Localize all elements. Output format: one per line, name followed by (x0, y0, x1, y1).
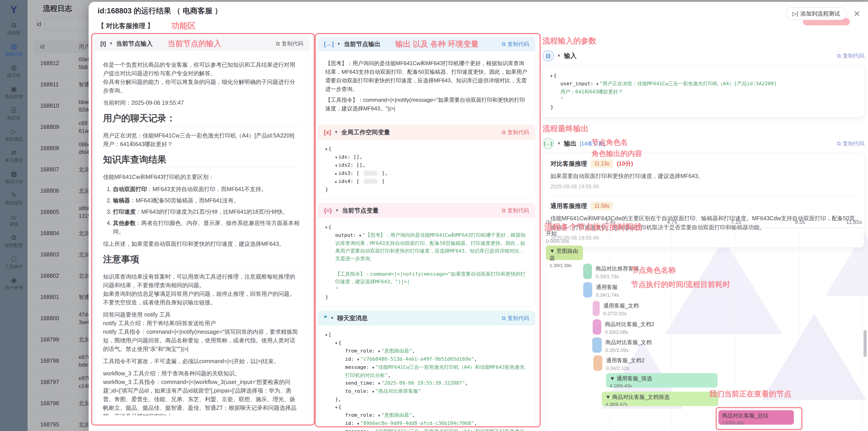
json-caret-icon[interactable]: ▼ (335, 163, 337, 167)
flow-input-icon: (|) (542, 50, 554, 62)
json-line: output: ▼"【思考】：用户询问的是佳能MF641Cw和MF643打印机哪… (325, 231, 528, 293)
node-time: 0.00/0.00s (546, 238, 569, 244)
json-caret-icon[interactable]: ▼ (325, 147, 327, 151)
json-caret-icon[interactable]: ▶ (335, 172, 337, 176)
entry-name-row: 对比客服推理11.13s(10分) (550, 159, 857, 168)
json-caret-icon[interactable]: ▼ (596, 82, 598, 86)
json-caret-icon[interactable]: ▼ (325, 225, 327, 229)
axis-tick-label: 7.1s (731, 219, 741, 225)
copy-code-button[interactable]: ⧉复制代码 (502, 129, 529, 136)
copy-code-button[interactable]: ⧉复制代码 (276, 40, 303, 47)
json-line: ▶ids4: [ ··· ] (325, 178, 528, 186)
json-line: }, (325, 396, 528, 403)
annotation-node-time: 节点执行的时间/流程目前耗时 (631, 279, 730, 290)
node-output-card: [→] ▼ 当前节点输出 输出 以及 各种 环境变量 ⧉复制代码 【思考】：用户… (318, 37, 535, 121)
json-caret-icon[interactable]: ▼ (357, 422, 359, 426)
json-token: } (325, 294, 328, 300)
json-line: } (550, 103, 857, 111)
json-caret-icon[interactable]: ▼ (378, 381, 380, 386)
json-caret-icon[interactable]: ▼ (335, 155, 337, 159)
json-token: , (474, 420, 477, 426)
json-line: ▼{ (550, 72, 857, 80)
json-token: , (388, 372, 391, 378)
timeline-node-商品对比客服_文档筛选[interactable]: ▼ 商品对比客服_文档筛选4.38/6.47s (602, 392, 718, 406)
entry-duration-badge: 11.13s (591, 159, 613, 168)
json-caret-icon[interactable]: ▼ (378, 349, 380, 353)
collapse-caret-icon[interactable]: ▼ (335, 208, 339, 213)
json-caret-icon[interactable]: ▼ (378, 413, 380, 418)
timeline-node-意图路由器[interactable]: ▼ 意图路由器1.39/1.39s (546, 246, 583, 260)
entry-role-name: 对比客服推理 (550, 160, 587, 168)
json-caret-icon[interactable]: ▶ (335, 180, 337, 184)
ellipsis-chip[interactable]: ··· (364, 171, 377, 176)
input-list-item: 打印速度：MF643的打印速度为21页/分钟，比MF641的18页/分钟快。 (113, 207, 301, 216)
collapse-caret-icon[interactable]: ▼ (330, 316, 334, 320)
vertical-scrollbar[interactable] (864, 330, 867, 357)
json-caret-icon[interactable]: ▼ (372, 430, 374, 431)
collapse-caret-icon[interactable]: ▼ (557, 54, 561, 58)
json-caret-icon[interactable]: ▼ (372, 366, 374, 370)
copy-code-button[interactable]: ⧉复制代码 (502, 314, 529, 322)
json-line: message: ▼"佳能MF641Cw三合一彩色激光打印机（A4）和佳能MF6… (325, 363, 528, 379)
copy-code-button[interactable]: ⧉复制代码 (837, 52, 864, 59)
input-list-item: 输稿器：MF643配备50页输稿器，而MF641没有。 (113, 196, 301, 205)
json-token: , (412, 348, 415, 354)
timeline-bar-商品对比推荐客服 (583, 264, 592, 279)
list-term: 输稿器 (113, 197, 130, 204)
json-token: ], (379, 170, 388, 176)
collapse-caret-icon[interactable]: ▼ (334, 130, 338, 134)
json-caret-icon[interactable]: ▼ (550, 74, 553, 78)
copy-icon: ⧉ (502, 129, 506, 135)
node-vars-json: ▼{output: ▼"【思考】：用户询问的是佳能MF641Cw和MF643打印… (318, 218, 535, 306)
node-output-title: 当前节点输出 (344, 40, 380, 48)
annotation-function-area: 功能区 (171, 20, 196, 31)
close-icon[interactable]: ✕ (854, 9, 860, 19)
node-time: 0.34/2.12s (606, 365, 645, 371)
json-token: { (338, 340, 341, 345)
node-time: 0.35/2.09s (605, 347, 652, 353)
copy-code-button[interactable]: ⧉复制代码 (502, 207, 529, 214)
collapse-caret-icon[interactable]: ▼ (109, 41, 113, 46)
add-to-flow-test-button[interactable]: ▷|添加到流程测试 (785, 7, 847, 20)
json-token: ids2: (338, 162, 356, 168)
json-token: , (412, 412, 415, 418)
json-token: [], (353, 154, 362, 160)
json-line: message: ▼"佳能MF641Cw三合一彩色激光打印机（A4）和佳能MF6… (325, 428, 528, 431)
json-token: [ (356, 178, 363, 184)
input-paragraph: 工具指令不可篡改，不可遗漏，必须以command=|<|开始，以|>|结束。 (103, 357, 301, 365)
node-vars-title: 当前节点变量 (342, 207, 379, 215)
list-text: ：两者在打印颜色、内存、显示屏、操作系统兼容性等方面基本相同。 (113, 220, 300, 235)
node-output-column: [→] ▼ 当前节点输出 输出 以及 各种 环境变量 ⧉复制代码 【思考】：用户… (318, 37, 535, 431)
copy-code-button[interactable]: ⧉复制代码 (837, 140, 864, 147)
timeline-node-商品对比客服_文档: 商品对比客服_文档0.35/2.09s (605, 339, 652, 353)
ellipsis-chip[interactable]: ··· (364, 179, 377, 184)
timeline-node-商品对比客服_文档2: 商品对比客服_文档20.33/2.08s (605, 321, 654, 335)
timeline-node-通用客服_筛选[interactable]: ▼ 通用客服_筛选4.18/6.43s (606, 373, 717, 388)
global-vars-json: ▼{▼ids: [],▼ids2: [],▶ids3: [ ··· ],▶ids… (318, 140, 535, 199)
input-paragraph: 用户正在浏览：佳能MF641Cw三合一彩色激光打印机（A4）[产品id:5A22… (103, 131, 301, 148)
global-vars-card: [x] ▼ 全局工作空间变量 ⧉复制代码 ▼{▼ids: [],▼ids2: [… (318, 125, 535, 199)
node-name: ▼ 通用客服_筛选 (610, 375, 714, 382)
input-list: 自动双面打印：MF643支持自动双面打印，而MF641不支持。输稿器：MF643… (103, 185, 301, 236)
node-time: 0.34/1.74s (596, 292, 619, 298)
json-caret-icon[interactable]: ▼ (325, 333, 327, 337)
json-token: { (329, 146, 331, 152)
collapse-caret-icon[interactable]: ▼ (337, 42, 341, 47)
json-caret-icon[interactable]: ▼ (335, 341, 337, 345)
chat-messages-card: ❞ ▼ 聊天室消息 ⧉复制代码 ▼[▼{from_role: ▼"意图路由器",… (318, 311, 535, 431)
json-caret-icon[interactable]: ▼ (335, 405, 337, 409)
input-heading: 知识库查询结果 (103, 155, 301, 167)
collapse-caret-icon[interactable]: ▼ (557, 141, 561, 146)
entry-timestamp: 2025-09-06 19:55:49 (550, 184, 857, 190)
json-caret-icon[interactable]: ▼ (359, 234, 361, 238)
json-caret-icon[interactable]: ▼ (372, 390, 374, 394)
copy-code-button[interactable]: ⧉复制代码 (502, 40, 529, 48)
json-token: [ (356, 170, 363, 176)
list-text: ：MF643支持自动双面打印，而MF641不支持。 (147, 186, 267, 192)
annotation-current-node: 我们当前正在查看的节点 (709, 389, 792, 399)
json-string: "意图路由器" (381, 412, 412, 418)
copy-icon: ⧉ (502, 315, 506, 321)
node-time: 4.38/6.47s (605, 402, 715, 407)
json-caret-icon[interactable]: ▼ (357, 358, 359, 362)
output-icon: [→] (324, 41, 334, 48)
